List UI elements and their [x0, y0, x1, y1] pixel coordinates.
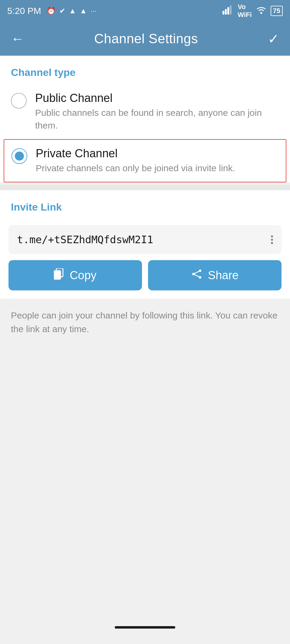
share-label: Share: [208, 269, 239, 282]
signal-icon: [222, 5, 233, 17]
dot-1: [271, 235, 273, 237]
public-channel-desc: Public channels can be found in search, …: [35, 106, 279, 132]
bottom-nav: [0, 618, 290, 639]
svg-rect-3: [230, 5, 232, 15]
nav-bar-indicator: [115, 626, 175, 629]
bottom-area: [0, 345, 290, 618]
invite-link-info: People can join your channel by followin…: [0, 299, 290, 345]
invite-link-section: Invite Link t.me/+tSEZhdMQfdswM2I1 Copy: [0, 190, 290, 345]
status-icons: ⏰ ✔ ▲ ▲ ···: [47, 7, 97, 15]
confirm-button[interactable]: ✓: [268, 31, 279, 47]
private-channel-desc: Private channels can only be joined via …: [36, 162, 278, 175]
section-divider: [0, 185, 290, 190]
private-channel-label: Private Channel: [36, 147, 278, 160]
svg-rect-6: [54, 271, 61, 279]
content-area: Channel type Public Channel Public chann…: [0, 56, 290, 182]
public-channel-label: Public Channel: [35, 92, 279, 105]
invite-link-header: Invite Link: [0, 190, 290, 219]
check-icon: ✔: [59, 7, 65, 15]
drive-icon-2: ▲: [80, 7, 87, 15]
svg-rect-0: [222, 11, 224, 15]
app-bar: ← Channel Settings ✓: [0, 22, 290, 56]
channel-type-header: Channel type: [0, 56, 290, 84]
more-options-button[interactable]: [271, 235, 273, 244]
status-time: 5:20 PM: [7, 6, 41, 16]
more-icon: ···: [91, 7, 97, 15]
status-bar-right: VoWiFi 75: [222, 3, 283, 19]
svg-point-10: [192, 273, 195, 275]
dot-3: [271, 242, 273, 244]
drive-icon: ▲: [69, 7, 76, 15]
public-channel-option[interactable]: Public Channel Public channels can be fo…: [0, 84, 290, 139]
private-channel-radio[interactable]: [12, 148, 27, 164]
battery-indicator: 75: [271, 6, 283, 16]
action-buttons: Copy Share: [0, 260, 290, 299]
wifi-icon: [256, 6, 266, 16]
svg-rect-1: [225, 9, 227, 15]
share-button[interactable]: Share: [148, 260, 282, 290]
svg-point-4: [260, 12, 262, 14]
page-title: Channel Settings: [94, 31, 198, 46]
private-channel-option[interactable]: Private Channel Private channels can onl…: [4, 139, 286, 182]
copy-button[interactable]: Copy: [8, 260, 142, 290]
svg-point-9: [199, 276, 201, 279]
back-button[interactable]: ←: [11, 31, 24, 46]
copy-icon: [54, 268, 64, 283]
invite-link-box: t.me/+tSEZhdMQfdswM2I1: [8, 225, 282, 254]
svg-point-8: [199, 270, 201, 272]
copy-label: Copy: [70, 269, 97, 282]
private-channel-text: Private Channel Private channels can onl…: [36, 147, 278, 175]
alarm-icon: ⏰: [47, 7, 56, 15]
status-bar: 5:20 PM ⏰ ✔ ▲ ▲ ··· VoWiFi: [0, 0, 290, 22]
public-channel-text: Public Channel Public channels can be fo…: [35, 92, 279, 132]
svg-rect-2: [227, 7, 229, 15]
invite-link-value: t.me/+tSEZhdMQfdswM2I1: [17, 234, 153, 246]
vo-wifi-icon: VoWiFi: [238, 3, 252, 19]
dot-2: [271, 239, 273, 241]
share-icon: [191, 269, 203, 282]
public-channel-radio[interactable]: [11, 93, 27, 109]
status-bar-left: 5:20 PM ⏰ ✔ ▲ ▲ ···: [7, 6, 97, 16]
